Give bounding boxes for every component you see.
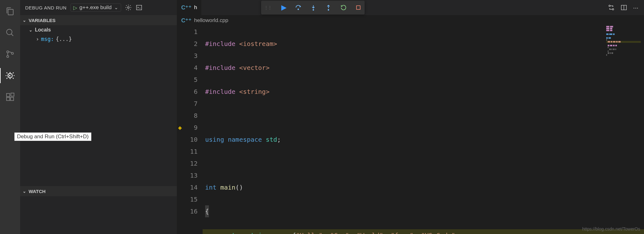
drag-handle-icon[interactable]: ⋮⋮ [264, 5, 272, 10]
activity-tooltip: Debug and Run (Ctrl+Shift+D) [14, 132, 92, 141]
breadcrumb[interactable]: C⁺⁺ helloworld.cpp [177, 15, 644, 26]
continue-button[interactable]: ▶ [281, 3, 287, 12]
code-content[interactable]: #include <iostream> #include <vector> #i… [203, 26, 644, 234]
split-editor-icon[interactable] [620, 4, 627, 11]
svg-point-9 [127, 7, 129, 9]
variables-label: VARIABLES [29, 18, 56, 23]
svg-point-14 [298, 9, 299, 10]
step-out-button[interactable] [325, 4, 332, 11]
source-control-icon[interactable] [0, 47, 20, 62]
cpp-file-icon: C⁺⁺ [181, 4, 192, 11]
chevron-down-icon: ⌄ [23, 189, 26, 194]
svg-point-11 [609, 5, 611, 7]
editor-tab[interactable]: C⁺⁺ h [177, 0, 202, 15]
svg-rect-5 [7, 94, 10, 97]
current-line-indicator-icon: ◆ [178, 122, 182, 134]
search-icon[interactable] [0, 25, 20, 40]
tab-title: h [194, 4, 197, 11]
editor-tabs: C⁺⁺ h ··· [177, 0, 644, 15]
chevron-down-icon: ⌄ [114, 5, 118, 10]
svg-point-1 [7, 51, 8, 53]
chevron-right-icon: › [36, 36, 39, 42]
start-debug-icon[interactable]: ▷ [73, 5, 77, 11]
watch-section-header[interactable]: ⌄ WATCH [20, 186, 177, 196]
svg-rect-17 [356, 6, 360, 9]
svg-point-12 [613, 9, 614, 10]
debug-toolbar: ⋮⋮ ▶ [261, 1, 365, 14]
chevron-down-icon: ⌄ [29, 28, 32, 32]
step-into-button[interactable] [310, 4, 317, 11]
line-numbers: 1 2 3 4 5 6 7 8 9 10 11 12 13 14 15 16 [186, 26, 203, 234]
svg-point-16 [328, 9, 329, 10]
debug-console-icon[interactable] [136, 4, 143, 11]
run-debug-icon[interactable] [0, 68, 20, 83]
run-title: DEBUG AND RUN [25, 5, 67, 10]
glyph-margin: ◆ [177, 26, 186, 234]
cpp-file-icon: C⁺⁺ [181, 17, 192, 24]
explorer-icon[interactable] [0, 4, 20, 19]
watch-label: WATCH [29, 189, 46, 194]
run-header: DEBUG AND RUN ▷ g++.exe build ⌄ [20, 0, 177, 15]
variable-value: {...} [56, 36, 72, 42]
svg-point-15 [313, 9, 314, 10]
extensions-icon[interactable] [0, 89, 20, 105]
svg-rect-8 [11, 93, 14, 96]
svg-rect-6 [7, 97, 10, 100]
watermark: https://blog.csdn.net/TowerOs [582, 226, 640, 231]
variable-row[interactable]: › msg: {...} [20, 35, 177, 43]
svg-point-3 [11, 52, 13, 54]
restart-button[interactable] [340, 4, 347, 11]
activity-bar [0, 0, 20, 234]
stop-button[interactable] [355, 4, 361, 11]
gear-icon[interactable] [125, 4, 132, 11]
debug-sidebar: DEBUG AND RUN ▷ g++.exe build ⌄ ⌄ VARIAB… [20, 0, 177, 234]
svg-point-4 [8, 73, 12, 78]
locals-scope[interactable]: ⌄ Locals [20, 25, 177, 35]
svg-rect-10 [136, 5, 142, 10]
svg-point-2 [7, 55, 8, 57]
svg-point-0 [7, 29, 12, 35]
variables-section-header[interactable]: ⌄ VARIABLES [20, 15, 177, 25]
chevron-down-icon: ⌄ [23, 18, 26, 23]
more-actions-icon[interactable]: ··· [633, 4, 638, 11]
editor-area: C⁺⁺ h ··· C⁺⁺ helloworld.cpp ◆ 1 2 3 4 5… [177, 0, 644, 234]
svg-rect-7 [10, 97, 14, 100]
run-config-selector[interactable]: ▷ g++.exe build ⌄ [70, 3, 121, 12]
config-name: g++.exe build [80, 4, 112, 11]
compare-changes-icon[interactable] [608, 4, 615, 11]
breadcrumb-file: helloworld.cpp [194, 17, 228, 24]
locals-label: Locals [35, 27, 51, 33]
variable-name: msg: [41, 36, 54, 42]
step-over-button[interactable] [295, 4, 302, 11]
minimap[interactable]: ████ ████ ████ ███ ████ ███ ███ ████ ██ … [606, 26, 641, 70]
code-editor[interactable]: ◆ 1 2 3 4 5 6 7 8 9 10 11 12 13 14 15 16… [177, 26, 644, 234]
